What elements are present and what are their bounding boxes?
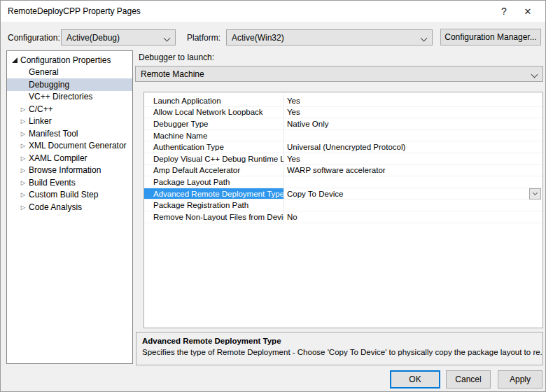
debugger-to-launch-value: Remote Machine	[141, 69, 204, 79]
tree-collapsed-icon: ▷	[20, 118, 27, 125]
property-row-launch-application[interactable]: Launch ApplicationYes	[144, 95, 542, 107]
property-row-amp-default-accelerator[interactable]: Amp Default AcceleratorWARP software acc…	[144, 165, 542, 177]
tree-item-linker[interactable]: ▷Linker	[7, 115, 132, 128]
tree-collapsed-icon: ▷	[20, 143, 27, 149]
property-row-machine-name[interactable]: Machine Name	[144, 130, 542, 142]
chevron-down-icon	[533, 190, 538, 195]
tree-item-label: General	[29, 67, 59, 77]
property-name: Package Registration Path	[144, 200, 284, 211]
tree-item-label: Custom Build Step	[29, 190, 98, 200]
property-value[interactable]	[284, 130, 542, 141]
tree-collapsed-icon: ▷	[20, 155, 27, 162]
property-description-title: Advanced Remote Deployment Type	[142, 337, 537, 345]
property-name: Launch Application	[144, 95, 284, 106]
tree-item-label: Manifest Tool	[29, 129, 78, 139]
tree-item-label: VC++ Directories	[29, 92, 92, 102]
tree-item-label: Configuration Properties	[20, 55, 111, 65]
property-name: Deploy Visual C++ Debug Runtime Librari	[144, 153, 284, 164]
property-value[interactable]	[284, 200, 542, 211]
config-tree: Configuration PropertiesGeneralDebugging…	[6, 50, 133, 364]
tree-collapsed-icon: ▷	[20, 167, 27, 174]
property-row-authentication-type[interactable]: Authentication TypeUniversal (Unencrypte…	[144, 141, 542, 153]
property-name: Advanced Remote Deployment Type	[144, 188, 284, 200]
tree-item-xaml-compiler[interactable]: ▷XAML Compiler	[7, 152, 132, 164]
tree-item-label: Debugging	[29, 80, 69, 90]
tree-item-label: Code Analysis	[29, 202, 82, 212]
ok-button[interactable]: OK	[390, 370, 440, 388]
titlebar: RemoteDeployCPP Property Pages ? ✕	[1, 1, 545, 22]
close-icon[interactable]: ✕	[516, 1, 540, 22]
window-title: RemoteDeployCPP Property Pages	[1, 6, 492, 16]
tree-item-label: XML Document Generator	[29, 141, 127, 150]
property-description-text: Specifies the type of Remote Deployment …	[142, 348, 537, 356]
property-name: Package Layout Path	[144, 176, 284, 188]
tree-collapsed-icon: ▷	[20, 192, 27, 198]
help-icon[interactable]: ?	[492, 1, 516, 22]
property-row-package-layout-path[interactable]: Package Layout Path	[144, 176, 542, 188]
platform-dropdown[interactable]: Active(Win32)	[226, 29, 433, 46]
property-description-box: Advanced Remote Deployment Type Specifie…	[136, 332, 543, 365]
tree-item-label: Build Events	[29, 178, 76, 188]
chevron-down-icon	[164, 35, 171, 42]
property-name: Debugger Type	[144, 118, 284, 130]
tree-expanded-icon	[11, 57, 18, 63]
tree-item-xml-document-generator[interactable]: ▷XML Document Generator	[7, 140, 132, 153]
chevron-down-icon	[421, 35, 428, 42]
property-row-debugger-type[interactable]: Debugger TypeNative Only	[144, 118, 542, 130]
property-value[interactable]: Native Only	[284, 118, 542, 130]
value-dropdown-button[interactable]	[529, 188, 541, 200]
configuration-dropdown[interactable]: Active(Debug)	[61, 29, 176, 46]
tree-item-manifest-tool[interactable]: ▷Manifest Tool	[7, 127, 132, 140]
tree-item-label: Browse Information	[29, 165, 101, 175]
platform-label: Platform:	[187, 33, 220, 43]
property-row-deploy-visual-c-debug-runtime-librari[interactable]: Deploy Visual C++ Debug Runtime LibrariY…	[144, 153, 542, 165]
tree-item-browse-information[interactable]: ▷Browse Information	[7, 164, 132, 177]
property-row-package-registration-path[interactable]: Package Registration Path	[144, 200, 542, 211]
platform-value: Active(Win32)	[232, 33, 284, 43]
property-value[interactable]: Yes	[284, 153, 542, 164]
debugger-to-launch-dropdown[interactable]: Remote Machine	[135, 66, 543, 82]
property-value[interactable]: WARP software accelerator	[284, 165, 542, 176]
tree-collapsed-icon: ▷	[20, 204, 27, 211]
tree-item-label: C/C++	[29, 104, 53, 114]
property-name: Amp Default Accelerator	[144, 165, 284, 176]
tree-item-vc-directories[interactable]: VC++ Directories	[7, 91, 132, 104]
tree-item-label: Linker	[29, 116, 52, 126]
property-name: Remove Non-Layout Files from Device	[144, 211, 284, 223]
property-name: Machine Name	[144, 130, 284, 141]
tree-item-general[interactable]: General	[7, 66, 132, 79]
tree-collapsed-icon: ▷	[20, 180, 27, 186]
tree-item-debugging[interactable]: Debugging	[7, 78, 132, 91]
tree-item-configuration-properties[interactable]: Configuration Properties	[7, 54, 132, 66]
debugger-to-launch-label: Debugger to launch:	[139, 52, 214, 62]
configuration-label: Configuration:	[8, 33, 60, 43]
property-name: Authentication Type	[144, 141, 284, 153]
configuration-manager-button[interactable]: Configuration Manager...	[440, 29, 541, 46]
chevron-down-icon	[531, 71, 538, 78]
property-value[interactable]: Universal (Unencrypted Protocol)	[284, 141, 542, 153]
property-value[interactable]: Yes	[284, 95, 542, 106]
configuration-value: Active(Debug)	[66, 33, 120, 43]
tree-item-c-c-[interactable]: ▷C/C++	[7, 103, 132, 115]
property-value[interactable]: Yes	[284, 107, 542, 118]
tree-item-build-events[interactable]: ▷Build Events	[7, 176, 132, 189]
property-value[interactable]	[284, 176, 542, 188]
property-pages-dialog: RemoteDeployCPP Property Pages ? ✕ Confi…	[0, 0, 546, 392]
property-grid: Launch ApplicationYesAllow Local Network…	[144, 92, 543, 328]
tree-item-code-analysis[interactable]: ▷Code Analysis	[7, 201, 132, 214]
apply-button[interactable]: Apply	[498, 370, 542, 388]
property-value[interactable]: No	[284, 211, 542, 223]
tree-item-label: XAML Compiler	[29, 153, 88, 163]
property-name: Allow Local Network Loopback	[144, 107, 284, 118]
property-row-allow-local-network-loopback[interactable]: Allow Local Network LoopbackYes	[144, 107, 542, 119]
tree-collapsed-icon: ▷	[20, 131, 27, 137]
tree-item-custom-build-step[interactable]: ▷Custom Build Step	[7, 189, 132, 202]
property-row-advanced-remote-deployment-type[interactable]: Advanced Remote Deployment TypeCopy To D…	[144, 188, 542, 200]
property-value[interactable]: Copy To Device	[284, 188, 542, 200]
cancel-button[interactable]: Cancel	[446, 370, 491, 388]
tree-collapsed-icon: ▷	[20, 106, 27, 113]
property-row-remove-non-layout-files-from-device[interactable]: Remove Non-Layout Files from DeviceNo	[144, 211, 542, 223]
